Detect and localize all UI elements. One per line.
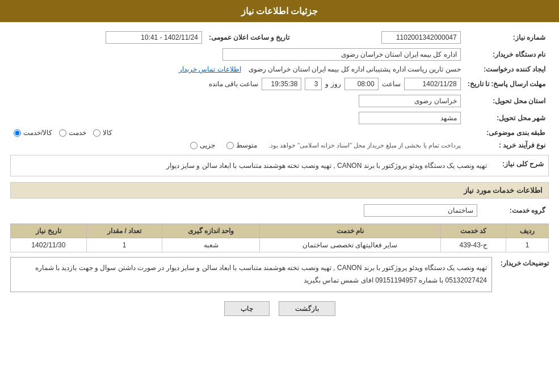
mohlatZaman-input: 19:35:38 [262, 78, 301, 90]
mohlatErsal-label: مهلت ارسال پاسخ: تا تاریخ: [464, 75, 549, 92]
radio-mottaset[interactable]: متوسط [226, 141, 257, 149]
radio-jazee-label: جزیی [200, 141, 215, 149]
page-title: جزئیات اطلاعات نیاز [241, 6, 318, 16]
tarikh-value: 1402/11/24 - 10:41 [10, 29, 205, 46]
shomareNiaz-label: شماره نیاز: [464, 29, 549, 46]
tarikh-label: تاریخ و ساعت اعلان عمومی: [205, 29, 301, 46]
mohlatErsal-value: 1402/11/28 ساعت 08:00 روز و 3 19:35:38 [10, 75, 464, 92]
noeFarayand-desc: پرداخت تمام یا بخشی از مبلغ خریداز محل "… [268, 142, 461, 149]
tabaqeBandi-label: طبقه بندی موضوعی: [464, 127, 549, 139]
radio-khadamat-label: خدمت [69, 129, 86, 137]
baghiMande-label: ساعت باقی مانده [209, 80, 259, 88]
cell-tedad_megdar: 1 [86, 238, 162, 252]
radio-mottaset-label: متوسط [236, 141, 257, 149]
tabaqeBandi-value: کالا/خدمت خدمت کالا [10, 127, 464, 139]
shahr-input: مشهد [359, 112, 461, 124]
shahr-label: شهر محل تحویل: [464, 109, 549, 127]
col-kodKhadamat: کد خدمت [441, 224, 506, 238]
radio-kala-khadamat-label: کالا/خدمت [23, 129, 52, 137]
shahr-value: مشهد [10, 109, 464, 127]
noeFarayand-label: نوع فرآیند خرید : [464, 139, 549, 151]
radio-jazee[interactable]: جزیی [190, 141, 215, 149]
mohlatSaat-input: 08:00 [344, 78, 379, 90]
groheKhadamat-value: ساختمان [10, 202, 481, 219]
table-row: 1ج-43-439سایر فعالیتهای تخصصی ساختمانشعب… [11, 238, 549, 252]
radio-kala-khadamat-input[interactable] [14, 129, 21, 137]
sharhKoli-value: تهیه ونصب یک دستگاه ویدئو پروژکتور با بر… [15, 160, 487, 171]
page-container: جزئیات اطلاعات نیاز شماره نیاز: 11020013… [0, 0, 559, 392]
towzihKharidar-section: توضیحات خریدار: تهیه ونصب یک دستگاه ویدئ… [10, 257, 549, 292]
ostan-label: استان محل تحویل: [464, 92, 549, 109]
ostan-input: خراسان رضوی [359, 95, 461, 107]
cell-tarikh_niaz: 1402/11/30 [11, 238, 87, 252]
ijadKonande-label: ایجاد کننده درخواست: [464, 63, 549, 75]
towzihKharidar-value: تهیه ونصب یک دستگاه ویدئو پروژکتور با بر… [10, 257, 492, 292]
shomareNiaz-value: 1102001342000047 [301, 29, 464, 46]
print-button[interactable]: چاپ [224, 301, 270, 316]
roz-label: روز و [325, 80, 341, 88]
ostan-value: خراسان رضوی [10, 92, 464, 109]
ijadKonande-value: حسن ثارین ریاست اداره پشتیبانی اداره کل … [10, 63, 464, 75]
mohlatDate-input: 1402/11/28 [404, 78, 461, 90]
cell-namKhadamat: سایر فعالیتهای تخصصی ساختمان [259, 238, 440, 252]
etelaat-tamas-link[interactable]: اطلاعات تماس خریدار [179, 65, 241, 73]
radio-kala-khadamat[interactable]: کالا/خدمت [14, 129, 52, 137]
sharhKoli-section: شرح کلی نیاز: تهیه ونصب یک دستگاه ویدئو … [10, 155, 549, 176]
tarikh-input: 1402/11/24 - 10:41 [106, 31, 202, 44]
groheKhadamat-input: ساختمان [364, 204, 477, 217]
col-vahedAndaze: واحد اندازه گیری [162, 224, 259, 238]
namDastgah-label: نام دستگاه خریدار: [464, 46, 549, 63]
groheKhadamat-table: گروه خدمت: ساختمان [10, 202, 549, 219]
col-namKhadamat: نام خدمت [259, 224, 440, 238]
mohlatRoz-input: 3 [305, 78, 322, 90]
saat-label: ساعت [382, 80, 401, 88]
services-table: ردیف کد خدمت نام خدمت واحد اندازه گیری ت… [10, 224, 549, 252]
col-tarikh: تاریخ نیاز [11, 224, 87, 238]
radio-khadamat-input[interactable] [59, 129, 66, 137]
sharhKoli-label: شرح کلی نیاز: [493, 160, 544, 168]
radio-kala[interactable]: کالا [93, 129, 112, 137]
radio-kala-input[interactable] [93, 129, 100, 137]
namDastgah-input: اداره کل بیمه ایران استان خراسان رضوی [222, 48, 461, 61]
cell-radif: 1 [506, 238, 549, 252]
back-button[interactable]: بازگشت [279, 301, 335, 316]
cell-vahedAndaze: شعبه [162, 238, 259, 252]
shomareNiaz-input: 1102001342000047 [381, 31, 461, 44]
radio-kala-label: کالا [103, 129, 112, 137]
groheKhadamat-label: گروه خدمت: [481, 202, 549, 219]
col-tedad: تعداد / مقدار [86, 224, 162, 238]
radio-jazee-input[interactable] [190, 142, 197, 149]
etelaat-khadamat-title: اطلاعات خدمات مورد نیاز [10, 182, 549, 199]
main-info-table: شماره نیاز: 1102001342000047 تاریخ و ساع… [10, 29, 549, 151]
cell-kodKhadamat: ج-43-439 [441, 238, 506, 252]
page-header: جزئیات اطلاعات نیاز [0, 0, 559, 22]
noeFarayand-value: جزیی متوسط پرداخت تمام یا بخشی از مبلغ خ… [10, 139, 464, 151]
main-content: شماره نیاز: 1102001342000047 تاریخ و ساع… [0, 22, 559, 328]
buttons-row: بازگشت چاپ [10, 301, 549, 316]
radio-khadamat[interactable]: خدمت [59, 129, 86, 137]
towzihKharidar-label: توضیحات خریدار: [498, 257, 549, 267]
radio-mottaset-input[interactable] [226, 142, 234, 149]
namDastgah-value: اداره کل بیمه ایران استان خراسان رضوی [10, 46, 464, 63]
col-radif: ردیف [506, 224, 549, 238]
